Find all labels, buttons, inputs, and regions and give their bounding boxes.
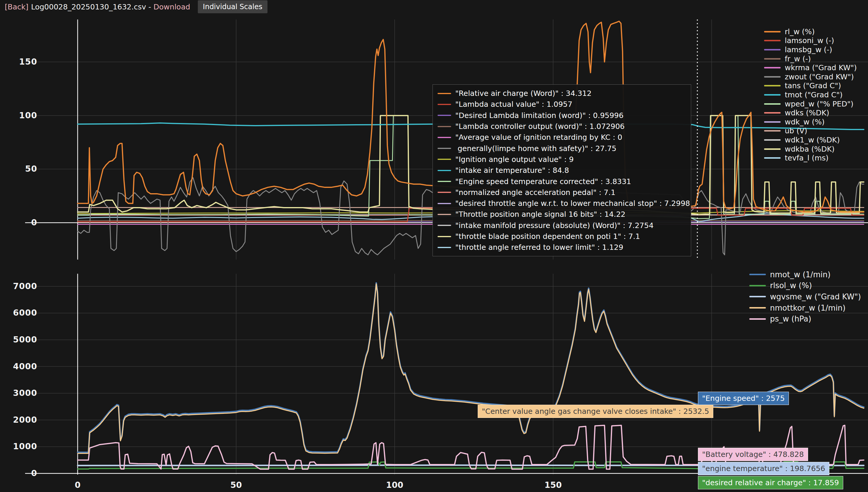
top-legend-item[interactable]: tmot ("Grad C")	[764, 90, 857, 99]
top-legend-item[interactable]: wdk_w (%)	[764, 117, 857, 126]
tooltip-line-swatch	[438, 236, 451, 237]
tooltip-row: "Engine speed temperature corrected" : 3…	[438, 176, 686, 187]
top-legend-item[interactable]: wdkba (%DK)	[764, 145, 857, 154]
tooltip-line-swatch	[438, 104, 451, 105]
tooltip-line-swatch	[438, 93, 451, 94]
top-legend-item[interactable]: ub (V)	[764, 126, 857, 136]
legend-label: nmottkor_w (1/min)	[770, 303, 846, 312]
top-legend-item[interactable]: zwout ("Grad KW")	[764, 72, 857, 81]
tooltip-line-swatch	[438, 159, 451, 160]
top-legend-item[interactable]: wkrma ("Grad KW")	[764, 63, 857, 72]
tooltip-text: "throttle blade position dependent on po…	[455, 232, 640, 241]
legend-label: wkrma ("Grad KW")	[785, 64, 857, 72]
tooltip-line-swatch	[438, 225, 451, 226]
data-callout: "desired relative air charge" : 17.859	[698, 476, 843, 489]
legend-label: tans ("Grad C")	[785, 81, 841, 90]
tooltip-line-swatch	[438, 214, 451, 215]
bottom-legend-item[interactable]: wgvsme_w ("Grad KW")	[749, 291, 861, 302]
legend-line-swatch	[764, 121, 781, 123]
legend-line-swatch	[764, 157, 781, 159]
top-legend-item[interactable]: wped_w ("% PED")	[764, 99, 857, 108]
legend-label: rl_w (%)	[785, 27, 815, 36]
legend-line-swatch	[764, 85, 781, 87]
legend-label: wdk_w (%)	[785, 118, 825, 126]
legend-label: lamsoni_w (-)	[785, 36, 834, 45]
legend-label: lamsbg_w (-)	[785, 45, 832, 54]
tooltip-text: "intake air temperature" : 84.8	[455, 166, 569, 175]
legend-label: tmot ("Grad C")	[785, 91, 843, 99]
top-legend-item[interactable]: tans ("Grad C")	[764, 81, 857, 91]
legend-line-swatch	[764, 67, 781, 69]
top-legend-item[interactable]: fr_w (-)	[764, 54, 857, 64]
data-callout: "engine temperature" : 198.7656	[698, 462, 829, 475]
tooltip-row: "Lambda controller output (word)" : 1.07…	[438, 121, 686, 132]
legend-line-swatch	[764, 112, 781, 114]
top-legend-item[interactable]: wdk1_w (%DK)	[764, 136, 857, 145]
bottom-chart-legend: nmot_w (1/min)rlsol_w (%)wgvsme_w ("Grad…	[749, 269, 861, 324]
tooltip-line-swatch	[438, 148, 451, 149]
top-legend-item[interactable]: rl_w (%)	[764, 27, 857, 36]
legend-line-swatch	[764, 148, 781, 150]
legend-line-swatch	[764, 103, 781, 105]
legend-line-swatch	[749, 285, 766, 287]
bottom-legend-item[interactable]: nmottkor_w (1/min)	[749, 302, 861, 314]
tooltip-row: generally(limpe home with safety)" : 27.…	[438, 143, 686, 154]
callout-pointer	[693, 451, 699, 458]
legend-line-swatch	[749, 307, 766, 309]
tooltip-text: "Throttle position angle signal 16 bits"…	[455, 210, 625, 219]
tooltip-text: "Ignition angle output value" : 9	[455, 155, 573, 164]
tooltip-row: "normalized angle acceleration pedal" : …	[438, 187, 686, 198]
legend-line-swatch	[764, 94, 781, 96]
app-root: [Back] Log00028_20250130_1632.csv - Down…	[0, 0, 868, 492]
hover-tooltip: "Relative air charge (Word)" : 34.312"La…	[432, 84, 691, 256]
tooltip-row: "Throttle position angle signal 16 bits"…	[438, 209, 686, 220]
tooltip-text: "normalized angle acceleration pedal" : …	[455, 188, 615, 197]
legend-line-swatch	[764, 58, 781, 59]
tooltip-line-swatch	[438, 170, 451, 171]
top-legend-item[interactable]: tevfa_l (ms)	[764, 153, 857, 163]
data-callout: "Battery voltage" : 478.828	[698, 448, 808, 461]
tooltip-line-swatch	[438, 137, 451, 138]
callout-pointer	[693, 399, 699, 405]
tooltip-row: "Average value of ignition retarding by …	[438, 132, 686, 143]
legend-label: ps_w (hPa)	[770, 315, 811, 323]
top-chart-legend: rl_w (%)lamsoni_w (-)lamsbg_w (-)fr_w (-…	[764, 27, 857, 163]
tooltip-row: "Ignition angle output value" : 9	[438, 154, 686, 165]
tooltip-text: "Lambda actual value" : 1.0957	[455, 100, 572, 108]
bottom-legend-item[interactable]: rlsol_w (%)	[749, 280, 861, 291]
top-legend-item[interactable]: lamsbg_w (-)	[764, 45, 857, 54]
tooltip-text: "Average value of ignition retarding by …	[455, 133, 623, 142]
legend-label: fr_w (-)	[785, 54, 811, 63]
tooltip-text: "intake manifold pressure (absolute) (Wo…	[455, 221, 654, 230]
legend-line-swatch	[749, 296, 766, 297]
tooltip-text: "desired throttle angle w.r.t. to lower …	[455, 199, 690, 208]
top-legend-item[interactable]: wdks (%DK)	[764, 108, 857, 117]
tooltip-row: "throttle angle referred to lower limit"…	[438, 242, 686, 253]
tooltip-text: "Desired Lambda limitation (word)" : 0.9…	[455, 111, 624, 120]
tooltip-text: generally(limpe home with safety)" : 27.…	[455, 144, 616, 153]
legend-label: nmot_w (1/min)	[770, 270, 830, 279]
legend-line-swatch	[764, 139, 781, 141]
legend-line-swatch	[764, 31, 781, 32]
legend-label: zwout ("Grad KW")	[785, 73, 854, 81]
legend-line-swatch	[764, 130, 781, 131]
callout-pointer	[693, 476, 699, 482]
tooltip-line-swatch	[438, 181, 451, 182]
tooltip-line-swatch	[438, 126, 451, 127]
data-callout: "Engine speed" : 2575	[698, 392, 789, 405]
tooltip-text: "Engine speed temperature corrected" : 3…	[455, 177, 631, 186]
top-legend-item[interactable]: lamsoni_w (-)	[764, 36, 857, 45]
legend-label: rlsol_w (%)	[770, 281, 812, 290]
legend-label: tevfa_l (ms)	[785, 154, 828, 162]
tooltip-row: "Lambda actual value" : 1.0957	[438, 99, 686, 110]
legend-label: wped_w ("% PED")	[785, 100, 853, 108]
bottom-legend-item[interactable]: ps_w (hPa)	[749, 313, 861, 324]
bottom-legend-item[interactable]: nmot_w (1/min)	[749, 269, 861, 280]
callout-pointer	[713, 409, 719, 414]
tooltip-row: "throttle blade position dependent on po…	[438, 231, 686, 242]
tooltip-row: "Relative air charge (Word)" : 34.312	[438, 88, 686, 99]
tooltip-line-swatch	[438, 192, 451, 193]
tooltip-line-swatch	[438, 247, 451, 248]
tooltip-row: "intake air temperature" : 84.8	[438, 165, 686, 176]
tooltip-row: "intake manifold pressure (absolute) (Wo…	[438, 220, 686, 231]
